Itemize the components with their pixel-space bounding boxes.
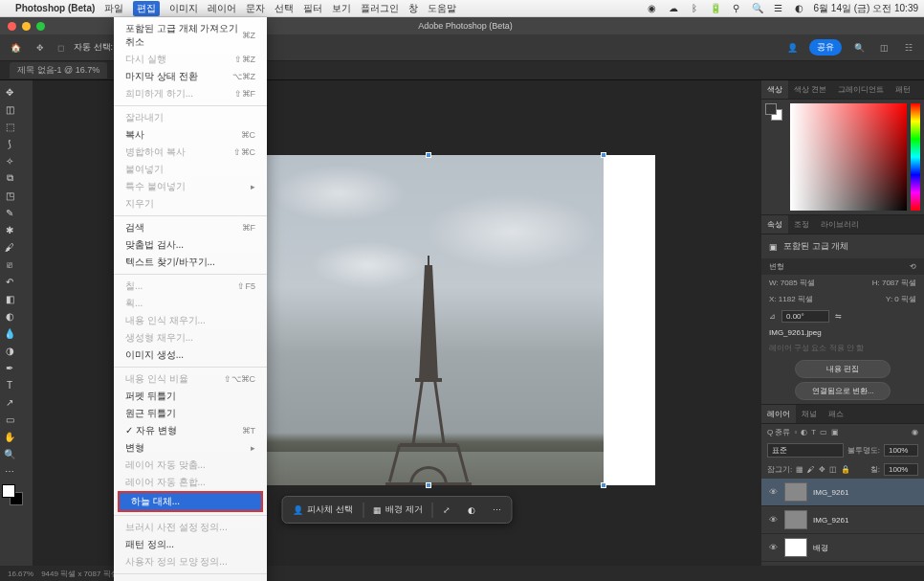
brush-icon[interactable]: 🖌 (3, 240, 16, 254)
home-icon[interactable]: 🏠 (8, 40, 23, 56)
lock-pos-icon[interactable]: ✥ (819, 465, 825, 474)
menu-item[interactable]: 마지막 상태 전환⌥⌘Z (114, 68, 267, 85)
wifi-icon[interactable]: ⚲ (730, 2, 743, 15)
layer-name[interactable]: IMG_9261 (813, 488, 848, 497)
filter-toggle[interactable]: ◉ (912, 428, 918, 436)
y-field[interactable]: Y: 0 픽셀 (886, 294, 916, 304)
arrange-icon[interactable]: ☷ (901, 40, 916, 56)
tab-patterns[interactable]: 패턴 (890, 80, 916, 99)
spotlight-icon[interactable]: 🔍 (751, 2, 764, 15)
lock-trans-icon[interactable]: ▦ (796, 465, 803, 474)
move-tool-icon[interactable]: ✥ (33, 40, 48, 56)
layer-name[interactable]: 배경 (813, 543, 828, 553)
layer-thumb[interactable] (784, 482, 807, 502)
menu-view[interactable]: 보기 (332, 2, 351, 15)
lock-paint-icon[interactable]: 🖌 (807, 465, 815, 474)
clock[interactable]: 6월 14일 (금) 오전 10:39 (814, 2, 918, 15)
stamp-icon[interactable]: ⎚ (3, 257, 16, 271)
angle-field[interactable]: 0.00° (781, 310, 829, 323)
wand-icon[interactable]: ✧ (3, 154, 16, 168)
tab-swatches[interactable]: 색상 견본 (788, 80, 832, 99)
filter-shape-icon[interactable]: ▭ (820, 428, 827, 436)
marquee-icon[interactable]: ⬚ (3, 120, 16, 133)
zoom-tool-icon[interactable]: 🔍 (3, 447, 16, 460)
cc-icon[interactable]: ◉ (646, 2, 659, 15)
tab-properties[interactable]: 속성 (761, 215, 788, 234)
app-name[interactable]: Photoshop (Beta) (15, 3, 95, 13)
move-tool-icon[interactable]: ✥ (3, 85, 16, 99)
menu-filter[interactable]: 필터 (303, 2, 322, 15)
x-field[interactable]: X: 1182 픽셀 (769, 294, 813, 304)
cloud-icon[interactable]: 👤 (784, 40, 800, 56)
filter-smart-icon[interactable]: ▣ (831, 428, 839, 436)
blend-mode-select[interactable]: 표준 (767, 443, 844, 458)
menu-select[interactable]: 선택 (275, 2, 294, 15)
blur-icon[interactable]: 💧 (3, 326, 16, 340)
menu-layer[interactable]: 레이어 (208, 2, 236, 15)
menu-item[interactable]: 하늘 대체... (118, 491, 263, 512)
more-button[interactable]: ⋯ (485, 502, 509, 519)
handle-bm[interactable] (426, 482, 431, 488)
search-icon[interactable]: 🔍 (851, 40, 867, 56)
menu-file[interactable]: 파일 (104, 2, 123, 15)
layer-row[interactable]: 👁 IMG_9261 (761, 506, 924, 534)
zoom-icon[interactable] (36, 22, 45, 31)
zoom-value[interactable]: 16.67% (8, 570, 33, 578)
lock-all-icon[interactable]: 🔒 (841, 465, 850, 474)
flip-h-icon[interactable]: ⇋ (835, 312, 842, 321)
filter-type-icon[interactable]: T (811, 428, 816, 436)
pen-icon[interactable]: ✒ (3, 361, 16, 374)
layer-name[interactable]: IMG_9261 (813, 516, 848, 525)
tab-adjust[interactable]: 조정 (788, 215, 815, 234)
filter-adj-icon[interactable]: ◐ (801, 428, 807, 436)
handle-tm[interactable] (426, 152, 431, 158)
gradient-icon[interactable]: ◐ (3, 309, 16, 323)
close-icon[interactable] (8, 22, 16, 31)
transform-section[interactable]: 변형 (769, 261, 784, 272)
menu-edit[interactable]: 편집 (133, 1, 160, 16)
tab-channels[interactable]: 채널 (796, 405, 823, 423)
menu-item[interactable]: 복사⌘C (114, 126, 267, 144)
color-panel[interactable] (761, 100, 924, 214)
lock-art-icon[interactable]: ◫ (829, 465, 837, 474)
opacity-field[interactable]: 100% (884, 444, 918, 457)
menu-plugin[interactable]: 플러그인 (361, 2, 399, 15)
tab-gradients[interactable]: 그레이디언트 (832, 80, 890, 99)
bt-icon[interactable]: ᛒ (688, 2, 701, 15)
reset-icon[interactable]: ⟲ (910, 262, 916, 271)
layer-thumb[interactable] (784, 538, 807, 557)
menu-help[interactable]: 도움말 (428, 2, 456, 15)
fgbg-swatch[interactable] (2, 484, 23, 505)
remove-bg-button[interactable]: ▦배경 제거 (365, 500, 430, 520)
handle-br[interactable] (601, 482, 606, 488)
minimize-icon[interactable] (22, 22, 31, 31)
transform-button[interactable]: ⤢ (435, 502, 458, 519)
hand-icon[interactable]: ✋ (3, 430, 16, 443)
visibility-icon[interactable]: 👁 (767, 487, 779, 497)
artboard-icon[interactable]: ◫ (3, 102, 16, 116)
menu-window[interactable]: 창 (408, 2, 418, 15)
battery-icon[interactable]: 🔋 (709, 2, 722, 15)
doc-tab[interactable]: 제목 없음-1 @ 16.7% (10, 62, 107, 78)
layer-row[interactable]: 👁 IMG_9261 (761, 479, 924, 506)
layer-row[interactable]: 👁 배경 (761, 534, 924, 562)
canvas[interactable] (253, 155, 655, 485)
menu-item[interactable]: ✓ 자유 변형⌘T (114, 422, 267, 439)
crop-icon[interactable]: ⧉ (3, 171, 16, 185)
convert-linked-button[interactable]: 연결됨으로 변환... (795, 382, 891, 400)
frame-icon[interactable]: ◳ (3, 189, 16, 202)
edit-contents-button[interactable]: 내용 편집 (795, 360, 891, 378)
menu-item[interactable]: 이미지 생성... (114, 346, 267, 364)
status-icon[interactable]: ☁ (667, 2, 680, 15)
filter-img-icon[interactable]: ▫ (794, 428, 797, 436)
select-subject-button[interactable]: 👤피사체 선택 (285, 500, 361, 520)
tab-paths[interactable]: 패스 (823, 405, 849, 423)
fill-field[interactable]: 100% (884, 463, 918, 476)
menu-type[interactable]: 문자 (246, 2, 265, 15)
siri-icon[interactable]: ◐ (793, 2, 806, 15)
menu-item[interactable]: 퍼펫 뒤틀기 (114, 388, 267, 405)
width-field[interactable]: W: 7085 픽셀 (769, 278, 815, 288)
menu-item[interactable]: 원근 뒤틀기 (114, 405, 267, 422)
layer-thumb[interactable] (784, 510, 807, 529)
workspace-icon[interactable]: ◫ (876, 40, 891, 56)
